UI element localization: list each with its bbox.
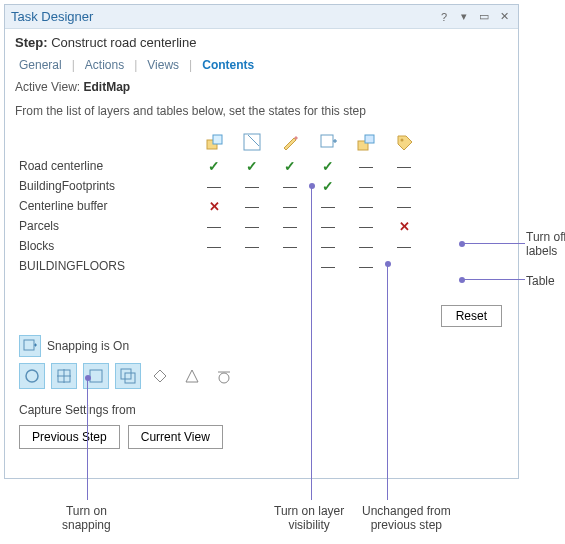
svg-rect-17 xyxy=(121,369,131,379)
state-cell[interactable]: — xyxy=(309,239,347,253)
layer-row: BUILDINGFLOORS—— xyxy=(15,256,508,276)
active-view-label: Active View: xyxy=(15,80,80,94)
help-icon[interactable]: ? xyxy=(436,9,452,25)
svg-rect-1 xyxy=(213,135,222,144)
titlebar: Task Designer ? ▾ ▭ ✕ xyxy=(5,5,518,29)
callout-dot xyxy=(85,375,91,381)
step-label: Step: xyxy=(15,35,48,50)
state-cell[interactable]: — xyxy=(271,219,309,233)
layer-name: BUILDINGFLOORS xyxy=(15,259,195,273)
state-cell[interactable]: — xyxy=(233,239,271,253)
capture-label: Capture Settings from xyxy=(19,403,136,417)
tab-actions[interactable]: Actions xyxy=(81,58,128,72)
callout-dot xyxy=(309,183,315,189)
state-cell[interactable]: — xyxy=(347,219,385,233)
callout-unchanged: Unchanged fromprevious step xyxy=(362,504,451,533)
maximize-icon[interactable]: ▭ xyxy=(476,9,492,25)
state-cell[interactable]: — xyxy=(385,159,423,173)
callout-snapping: Turn onsnapping xyxy=(62,504,111,533)
midpoint-snap-icon[interactable] xyxy=(179,363,205,389)
svg-rect-9 xyxy=(24,340,34,350)
state-cell[interactable]: — xyxy=(385,199,423,213)
svg-marker-19 xyxy=(154,370,166,382)
layer-row: Road centerline✓✓✓✓—— xyxy=(15,156,508,176)
svg-rect-3 xyxy=(321,135,333,147)
tab-general[interactable]: General xyxy=(15,58,66,72)
svg-marker-20 xyxy=(186,370,198,382)
state-cell[interactable]: — xyxy=(271,179,309,193)
active-view-row: Active View: EditMap xyxy=(5,78,518,100)
tab-contents[interactable]: Contents xyxy=(198,58,258,72)
state-cell[interactable]: — xyxy=(347,259,385,273)
state-cell[interactable]: — xyxy=(195,179,233,193)
layer-state-grid: Road centerline✓✓✓✓——BuildingFootprints—… xyxy=(5,128,518,276)
callout-line xyxy=(311,186,312,500)
state-cell[interactable]: — xyxy=(385,239,423,253)
state-cell[interactable]: ✓ xyxy=(271,158,309,174)
active-view-name: EditMap xyxy=(83,80,130,94)
col-visibility-icon xyxy=(233,132,271,152)
svg-rect-18 xyxy=(125,373,135,383)
grid-header xyxy=(15,128,508,156)
close-icon[interactable]: ✕ xyxy=(496,9,512,25)
snap-tool-row xyxy=(19,363,237,389)
callout-dot xyxy=(385,261,391,267)
callout-line xyxy=(462,243,525,244)
svg-rect-16 xyxy=(90,370,102,382)
state-cell[interactable]: — xyxy=(347,159,385,173)
col-label-icon xyxy=(347,132,385,152)
state-cell[interactable]: ✓ xyxy=(233,158,271,174)
state-cell[interactable]: — xyxy=(233,199,271,213)
task-designer-panel: Task Designer ? ▾ ▭ ✕ Step: Construct ro… xyxy=(4,4,519,479)
svg-rect-2 xyxy=(244,134,260,150)
callout-line xyxy=(87,378,88,500)
state-cell[interactable]: — xyxy=(195,219,233,233)
svg-point-12 xyxy=(26,370,38,382)
state-cell[interactable]: — xyxy=(347,179,385,193)
col-edit-icon xyxy=(271,132,309,152)
state-cell[interactable]: — xyxy=(271,239,309,253)
state-cell[interactable]: — xyxy=(309,259,347,273)
layer-name: Blocks xyxy=(15,239,195,253)
state-cell[interactable]: ✓ xyxy=(195,158,233,174)
window-title: Task Designer xyxy=(11,9,432,24)
state-cell[interactable]: — xyxy=(347,199,385,213)
callout-turn-off-labels: Turn offlabels xyxy=(526,230,565,259)
layer-name: Parcels xyxy=(15,219,195,233)
state-cell[interactable]: ✕ xyxy=(385,219,423,234)
state-cell[interactable]: — xyxy=(195,239,233,253)
state-cell[interactable]: — xyxy=(233,179,271,193)
state-cell[interactable]: — xyxy=(347,239,385,253)
callout-line xyxy=(387,264,388,500)
state-cell[interactable]: ✕ xyxy=(195,199,233,214)
callout-line xyxy=(462,279,525,280)
state-cell[interactable]: — xyxy=(385,179,423,193)
step-row: Step: Construct road centerline xyxy=(5,29,518,54)
state-cell[interactable]: — xyxy=(233,219,271,233)
state-cell[interactable]: — xyxy=(309,199,347,213)
dropdown-icon[interactable]: ▾ xyxy=(456,9,472,25)
point-snap-icon[interactable] xyxy=(19,363,45,389)
tab-views[interactable]: Views xyxy=(143,58,183,72)
layer-name: Road centerline xyxy=(15,159,195,173)
layer-name: Centerline buffer xyxy=(15,199,195,213)
edge-snap-icon[interactable] xyxy=(115,363,141,389)
layer-row: Centerline buffer✕————— xyxy=(15,196,508,216)
current-view-button[interactable]: Current View xyxy=(128,425,223,449)
tangent-snap-icon[interactable] xyxy=(211,363,237,389)
reset-button[interactable]: Reset xyxy=(441,305,502,327)
step-name: Construct road centerline xyxy=(51,35,196,50)
state-cell[interactable]: ✓ xyxy=(309,158,347,174)
col-snapping-icon xyxy=(309,132,347,152)
end-snap-icon[interactable] xyxy=(51,363,77,389)
instruction-text: From the list of layers and tables below… xyxy=(5,100,518,128)
snapping-label: Snapping is On xyxy=(47,339,129,353)
col-tag-icon xyxy=(385,132,423,152)
snapping-toggle-icon[interactable] xyxy=(19,335,41,357)
state-cell[interactable]: — xyxy=(309,219,347,233)
callout-dot xyxy=(459,241,465,247)
state-cell[interactable]: — xyxy=(271,199,309,213)
previous-step-button[interactable]: Previous Step xyxy=(19,425,120,449)
tab-strip: General| Actions| Views| Contents xyxy=(5,54,518,78)
intersection-snap-icon[interactable] xyxy=(147,363,173,389)
